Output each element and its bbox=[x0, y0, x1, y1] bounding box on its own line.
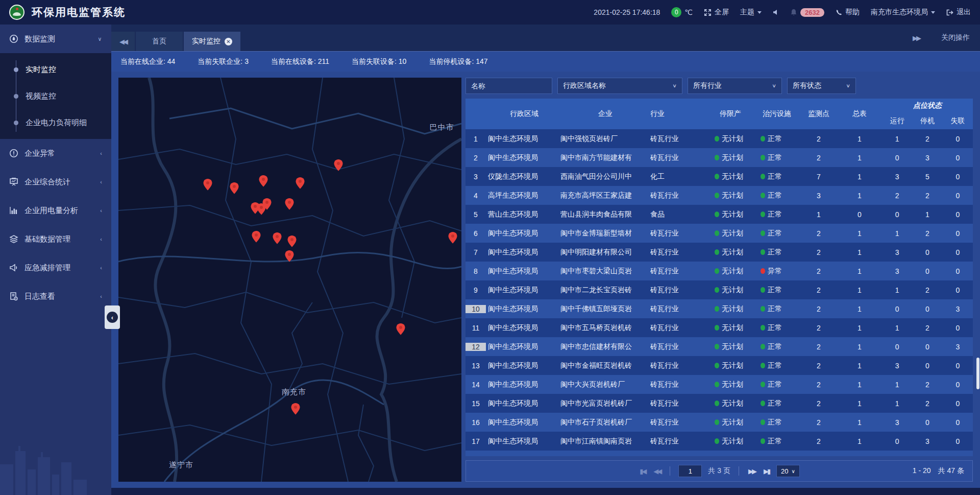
org-dropdown[interactable]: 南充市生态环境局 bbox=[871, 8, 935, 17]
table-row[interactable]: 5营山生态环境局营山县润丰肉食品有限食品无计划正常10010 bbox=[465, 205, 973, 224]
table-row[interactable]: 16阆中生态环境局阆中市石子页岩机砖厂砖瓦行业无计划正常21300 bbox=[465, 413, 973, 432]
facility-label: 正常 bbox=[768, 418, 782, 427]
fullscreen-button[interactable]: 全屏 bbox=[704, 8, 729, 17]
collapse-map-button[interactable]: ‹ bbox=[105, 305, 120, 329]
table-row[interactable]: 2阆中生态环境局阆中市南方节能建材有砖瓦行业无计划正常21030 bbox=[465, 148, 973, 167]
map-pin-12[interactable] bbox=[285, 250, 294, 262]
tabs-scroll-left-button[interactable]: ◀◀ bbox=[111, 32, 135, 51]
cell-run: 3 bbox=[882, 248, 912, 256]
close-operations-button[interactable]: 关闭操作 bbox=[941, 33, 970, 42]
table-row[interactable]: 3仪陇生态环境局西南油气田分公司川中化工无计划正常71350 bbox=[465, 167, 973, 186]
map-pin-10[interactable] bbox=[273, 232, 282, 244]
limit-label: 无计划 bbox=[722, 361, 743, 370]
cell-industry: 建材加工 bbox=[650, 456, 707, 457]
page-number-input[interactable] bbox=[678, 465, 702, 477]
bullet-icon bbox=[14, 67, 18, 72]
prev-page-button[interactable]: ◀◀ bbox=[652, 467, 662, 475]
table-row[interactable]: 1阆中生态环境局阆中强锐页岩砖厂砖瓦行业无计划正常21120 bbox=[465, 129, 973, 148]
status-dot-icon bbox=[715, 136, 719, 142]
help-button[interactable]: 帮助 bbox=[836, 8, 860, 17]
cell-stop: 0 bbox=[912, 362, 942, 370]
theme-dropdown[interactable]: 主题 bbox=[740, 8, 762, 17]
map-pin-8[interactable] bbox=[285, 198, 294, 210]
map-pin-9[interactable] bbox=[252, 231, 261, 243]
tab-0[interactable]: 首页 bbox=[136, 32, 183, 51]
last-page-button[interactable]: ▶▮ bbox=[763, 467, 770, 475]
cell-points: 3 bbox=[800, 192, 837, 200]
table-row[interactable]: 15阆中生态环境局阆中市光富页岩机砖厂砖瓦行业无计划正常21120 bbox=[465, 394, 973, 413]
cell-num: 10 bbox=[465, 305, 486, 313]
sidebar-group-0[interactable]: 数据监测∨ bbox=[0, 25, 111, 53]
mute-button[interactable] bbox=[773, 9, 779, 15]
table-row[interactable]: 8阆中生态环境局阆中市枣碧大梁山页岩砖瓦行业无计划异常21300 bbox=[465, 262, 973, 280]
cell-limit: 无计划 bbox=[707, 380, 753, 389]
next-page-button[interactable]: ▶▶ bbox=[747, 467, 756, 475]
sidebar-group-2[interactable]: 企业综合统计‹ bbox=[0, 168, 111, 196]
map-pin-14[interactable] bbox=[396, 323, 405, 335]
name-filter-input[interactable] bbox=[471, 82, 547, 90]
sidebar-group-4[interactable]: 基础数据管理‹ bbox=[0, 225, 111, 253]
cell-region: 阆中生态环境局 bbox=[486, 248, 560, 257]
table-row[interactable]: 9阆中生态环境局阆中市二龙长宝页岩砖砖瓦行业无计划正常21120 bbox=[465, 280, 973, 299]
map-pin-7[interactable] bbox=[262, 198, 272, 210]
cell-region: 阆中生态环境局 bbox=[486, 380, 560, 389]
sidebar-group-6[interactable]: 日志查看‹ bbox=[0, 282, 111, 311]
layers-icon bbox=[9, 234, 18, 244]
map-pin-4[interactable] bbox=[334, 159, 343, 171]
map-pin-2[interactable] bbox=[259, 175, 268, 187]
table-row[interactable]: 14阆中生态环境局阆中大兴页岩机砖厂砖瓦行业无计划正常21120 bbox=[465, 375, 973, 394]
sidebar-item-0-2[interactable]: 企业电力负荷明细 bbox=[0, 109, 111, 136]
sidebar-group-5[interactable]: 应急减排管理‹ bbox=[0, 253, 111, 282]
table-row[interactable]: 13阆中生态环境局阆中市金福旺页岩机砖砖瓦行业无计划正常21300 bbox=[465, 356, 973, 375]
temperature-badge: 0 bbox=[671, 7, 681, 17]
cell-company: 阆中市江南镇阆南页岩 bbox=[560, 437, 650, 446]
sidebar-item-0-1[interactable]: 视频监控 bbox=[0, 83, 111, 109]
sidebar-group-3[interactable]: 企业用电量分析‹ bbox=[0, 196, 111, 225]
table-row[interactable]: 12阆中生态环境局阆中市忠信建材有限公砖瓦行业无计划正常21003 bbox=[465, 337, 973, 356]
table-row[interactable]: 6阆中生态环境局阆中市金博瑞新型墙材砖瓦行业无计划正常21120 bbox=[465, 224, 973, 243]
map-pin-3[interactable] bbox=[296, 177, 305, 189]
row-number: 4 bbox=[465, 192, 486, 200]
cell-facility: 正常 bbox=[753, 437, 800, 446]
cell-run: 2 bbox=[882, 192, 912, 200]
map-pin-13[interactable] bbox=[448, 232, 457, 244]
facility-label: 正常 bbox=[768, 323, 782, 333]
cell-company: 阆中强锐页岩砖厂 bbox=[560, 134, 650, 144]
close-icon[interactable]: ✕ bbox=[225, 38, 232, 45]
chevron-left-icon: ‹ bbox=[100, 179, 102, 185]
row-number: 16 bbox=[465, 418, 486, 427]
first-page-button[interactable]: ▮◀ bbox=[639, 467, 646, 475]
status-dot-icon bbox=[761, 438, 765, 444]
table-row[interactable]: 4高坪生态环境局南充市高坪区王家店建砖瓦行业无计划正常31220 bbox=[465, 186, 973, 205]
scrollbar-thumb[interactable] bbox=[976, 358, 979, 389]
limit-label: 无计划 bbox=[722, 191, 743, 200]
map-panel[interactable]: 巴中市南充市遂宁市 bbox=[118, 78, 461, 482]
cell-point-status: 003 bbox=[882, 305, 973, 313]
sidebar-group-1[interactable]: 企业异常‹ bbox=[0, 139, 111, 168]
table-row[interactable]: 17阆中生态环境局阆中市江南镇阆南页岩砖瓦行业无计划正常21030 bbox=[465, 432, 973, 451]
table-row[interactable]: 11阆中生态环境局阆中市五马桥页岩机砖砖瓦行业无计划正常21120 bbox=[465, 318, 973, 337]
cell-run: 3 bbox=[882, 418, 912, 427]
cell-meters: 1 bbox=[837, 154, 882, 162]
table-row[interactable]: 18南部生态环境局南部县双化头页岩有限公建材加工无计划正常60060 bbox=[465, 451, 973, 456]
map-pin-11[interactable] bbox=[287, 235, 297, 247]
table-row[interactable]: 10阆中生态环境局阆中千佛镇五郎垭页岩砖瓦行业无计划正常21003 bbox=[465, 299, 973, 318]
page-size-select[interactable]: 20 ∨ bbox=[776, 465, 800, 477]
map-pin-15[interactable] bbox=[291, 403, 300, 415]
facility-label: 正常 bbox=[768, 399, 782, 408]
sidebar-item-0-0[interactable]: 实时监控 bbox=[0, 56, 111, 83]
region-filter-select[interactable]: 行政区域名称 ∨ bbox=[557, 78, 682, 94]
map-pin-0[interactable] bbox=[203, 179, 212, 191]
map-pin-1[interactable] bbox=[230, 182, 239, 194]
tab-1[interactable]: 实时监控✕ bbox=[184, 32, 240, 51]
notifications[interactable]: 2632 bbox=[790, 8, 824, 17]
cell-region: 阆中生态环境局 bbox=[486, 399, 560, 408]
status-filter-select[interactable]: 所有状态 ∨ bbox=[787, 78, 856, 94]
table-row[interactable]: 7阆中生态环境局阆中明阳建材有限公司砖瓦行业无计划正常21300 bbox=[465, 243, 973, 262]
tabs-scroll-right-button[interactable]: ▶▶ bbox=[904, 28, 928, 48]
sub-col-header-0: 运行 bbox=[882, 113, 912, 129]
industry-filter-select[interactable]: 所有行业 ∨ bbox=[688, 78, 782, 94]
cell-company: 阆中市石子页岩机砖厂 bbox=[560, 418, 650, 427]
status-dot-icon bbox=[761, 230, 765, 236]
exit-button[interactable]: 退出 bbox=[946, 8, 971, 17]
